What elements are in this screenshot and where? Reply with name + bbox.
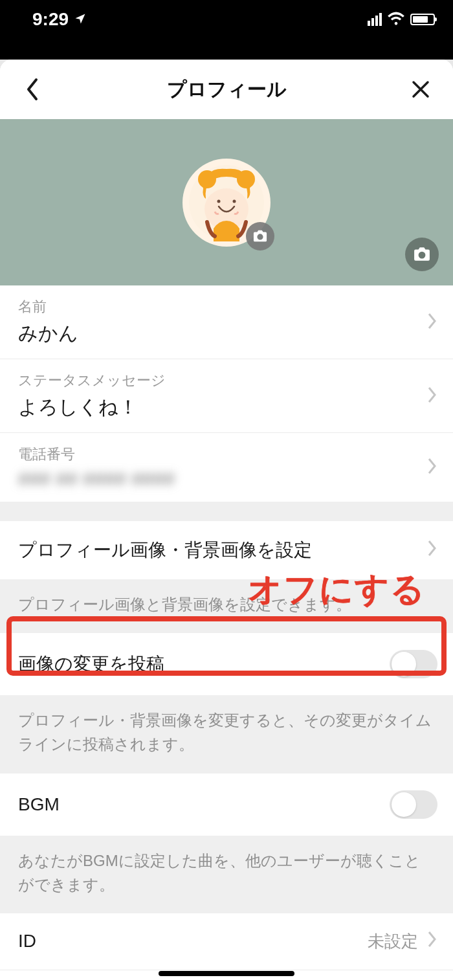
svg-point-4 [198,170,216,188]
device-status-area: 9:29 [0,0,453,60]
chevron-right-icon [427,457,437,478]
phone-row[interactable]: 電話番号 ### ## #### #### [0,433,453,502]
page-title: プロフィール [167,76,287,103]
bgm-hint: あなたがBGMに設定した曲を、他のユーザーが聴くことができます。 [0,836,453,913]
location-arrow-icon [74,9,87,30]
chevron-right-icon [427,539,437,562]
name-value: みかん [18,320,427,347]
close-button[interactable] [408,76,434,102]
svg-point-3 [233,199,236,203]
bgm-toggle[interactable] [390,790,437,819]
profile-sheet: プロフィール [0,60,453,980]
annotation-text: オフにする [248,567,426,612]
chevron-right-icon [427,930,437,953]
chevron-right-icon [427,386,437,406]
phone-value: ### ## #### #### [18,468,427,490]
home-indicator[interactable] [159,971,294,976]
bgm-label: BGM [18,794,60,815]
status-time: 9:29 [32,9,69,30]
profile-cover [0,119,453,285]
avatar-camera-button[interactable] [246,222,274,251]
phone-label: 電話番号 [18,445,427,464]
name-row[interactable]: 名前 みかん [0,285,453,359]
status-left: 9:29 [32,9,87,30]
cellular-signal-icon [368,13,382,26]
svg-point-2 [217,199,221,203]
annotation-highlight-box [6,616,447,676]
status-right [368,11,435,28]
post-image-change-hint: プロフィール・背景画像を変更すると、その変更がタイムラインに投稿されます。 [0,695,453,773]
back-button[interactable] [19,76,45,102]
cover-camera-button[interactable] [405,238,439,271]
id-value: 未設定 [368,930,418,953]
status-message-value: よろしくね！ [18,394,427,421]
bgm-row: BGM [0,774,453,836]
id-label: ID [18,931,36,952]
chevron-right-icon [427,312,437,333]
battery-icon [410,14,435,25]
set-profile-images-label: プロフィール画像・背景画像を設定 [18,538,312,562]
wifi-icon [387,11,405,28]
status-message-label: ステータスメッセージ [18,371,427,390]
nav-header: プロフィール [0,60,453,119]
avatar-container[interactable] [182,159,271,247]
status-message-row[interactable]: ステータスメッセージ よろしくね！ [0,359,453,433]
id-row[interactable]: ID 未設定 [0,913,453,970]
name-label: 名前 [18,297,427,317]
section-gap [0,502,453,521]
profile-fields-section: 名前 みかん ステータスメッセージ よろしくね！ 電話番号 ### ## ###… [0,285,453,502]
svg-point-5 [237,170,255,188]
status-bar: 9:29 [0,0,453,32]
